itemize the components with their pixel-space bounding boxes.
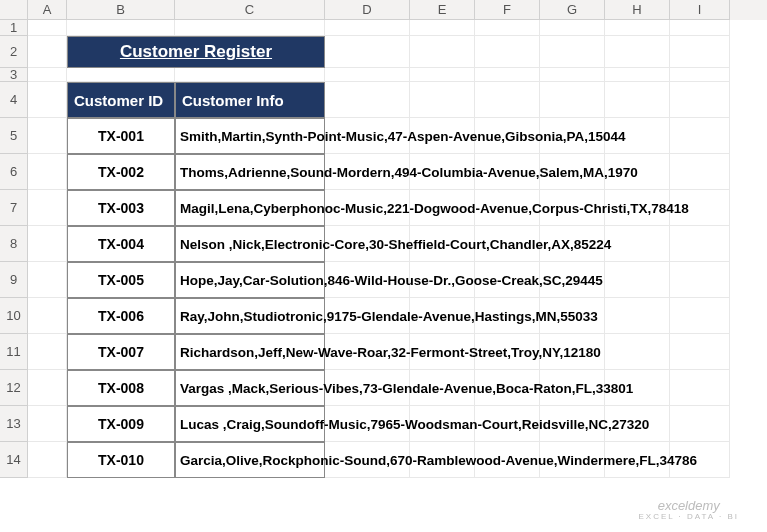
customer-info-cell[interactable]: Vargas ,Mack,Serious-Vibes,73-Glendale-A… [175, 370, 325, 406]
row-header-4[interactable]: 4 [0, 82, 28, 118]
cell-I2[interactable] [670, 36, 730, 68]
cell-A6[interactable] [28, 154, 67, 190]
cell-B3[interactable] [67, 68, 175, 82]
row-header-13[interactable]: 13 [0, 406, 28, 442]
customer-info-cell[interactable]: Hope,Jay,Car-Solution,846-Wild-House-Dr.… [175, 262, 325, 298]
customer-id-cell[interactable]: TX-004 [67, 226, 175, 262]
cell-F2[interactable] [475, 36, 540, 68]
col-header-I[interactable]: I [670, 0, 730, 20]
cell-E3[interactable] [410, 68, 475, 82]
cell-I8[interactable] [670, 226, 730, 262]
cell-A5[interactable] [28, 118, 67, 154]
col-header-A[interactable]: A [28, 0, 67, 20]
cell-D4[interactable] [325, 82, 410, 118]
cell-A8[interactable] [28, 226, 67, 262]
row-header-7[interactable]: 7 [0, 190, 28, 226]
row-header-9[interactable]: 9 [0, 262, 28, 298]
cell-A9[interactable] [28, 262, 67, 298]
row-header-12[interactable]: 12 [0, 370, 28, 406]
customer-info-cell[interactable]: Lucas ,Craig,Soundoff-Music,7965-Woodsma… [175, 406, 325, 442]
customer-id-cell[interactable]: TX-009 [67, 406, 175, 442]
cell-G4[interactable] [540, 82, 605, 118]
cell-D3[interactable] [325, 68, 410, 82]
customer-id-cell[interactable]: TX-010 [67, 442, 175, 478]
cell-H10[interactable] [605, 298, 670, 334]
row-header-2[interactable]: 2 [0, 36, 28, 68]
cell-A2[interactable] [28, 36, 67, 68]
cell-E1[interactable] [410, 20, 475, 36]
cell-I1[interactable] [670, 20, 730, 36]
customer-info-cell[interactable]: Magil,Lena,Cyberphonoc-Music,221-Dogwood… [175, 190, 325, 226]
cell-I13[interactable] [670, 406, 730, 442]
select-all-corner[interactable] [0, 0, 28, 20]
row-header-3[interactable]: 3 [0, 68, 28, 82]
cell-H1[interactable] [605, 20, 670, 36]
customer-id-cell[interactable]: TX-005 [67, 262, 175, 298]
cell-F3[interactable] [475, 68, 540, 82]
cell-I3[interactable] [670, 68, 730, 82]
cell-H8[interactable] [605, 226, 670, 262]
row-header-1[interactable]: 1 [0, 20, 28, 36]
cell-C1[interactable] [175, 20, 325, 36]
customer-id-cell[interactable]: TX-007 [67, 334, 175, 370]
cell-A11[interactable] [28, 334, 67, 370]
cell-A7[interactable] [28, 190, 67, 226]
row-header-11[interactable]: 11 [0, 334, 28, 370]
cell-I10[interactable] [670, 298, 730, 334]
col-header-E[interactable]: E [410, 0, 475, 20]
cell-I11[interactable] [670, 334, 730, 370]
customer-info-cell[interactable]: Thoms,Adrienne,Sound-Mordern,494-Columbi… [175, 154, 325, 190]
customer-id-cell[interactable]: TX-002 [67, 154, 175, 190]
cell-A3[interactable] [28, 68, 67, 82]
row-header-8[interactable]: 8 [0, 226, 28, 262]
row-header-10[interactable]: 10 [0, 298, 28, 334]
col-header-G[interactable]: G [540, 0, 605, 20]
cell-G1[interactable] [540, 20, 605, 36]
row-header-5[interactable]: 5 [0, 118, 28, 154]
col-header-D[interactable]: D [325, 0, 410, 20]
cell-A10[interactable] [28, 298, 67, 334]
customer-info-cell[interactable]: Ray,John,Studiotronic,9175-Glendale-Aven… [175, 298, 325, 334]
customer-info-cell[interactable]: Richardson,Jeff,New-Wave-Roar,32-Fermont… [175, 334, 325, 370]
header-customer-id[interactable]: Customer ID [67, 82, 175, 118]
row-header-6[interactable]: 6 [0, 154, 28, 190]
cell-A4[interactable] [28, 82, 67, 118]
cell-D1[interactable] [325, 20, 410, 36]
col-header-H[interactable]: H [605, 0, 670, 20]
cell-I6[interactable] [670, 154, 730, 190]
customer-info-cell[interactable]: Garcia,Olive,Rockphonic-Sound,670-Ramble… [175, 442, 325, 478]
cell-C3[interactable] [175, 68, 325, 82]
cell-H3[interactable] [605, 68, 670, 82]
cell-A13[interactable] [28, 406, 67, 442]
cell-H11[interactable] [605, 334, 670, 370]
cell-B1[interactable] [67, 20, 175, 36]
cell-A12[interactable] [28, 370, 67, 406]
col-header-F[interactable]: F [475, 0, 540, 20]
customer-info-cell[interactable]: Nelson ,Nick,Electronic-Core,30-Sheffiel… [175, 226, 325, 262]
customer-id-cell[interactable]: TX-003 [67, 190, 175, 226]
cell-D2[interactable] [325, 36, 410, 68]
cell-E4[interactable] [410, 82, 475, 118]
cell-I9[interactable] [670, 262, 730, 298]
cell-H4[interactable] [605, 82, 670, 118]
cell-A14[interactable] [28, 442, 67, 478]
cell-I12[interactable] [670, 370, 730, 406]
cell-H2[interactable] [605, 36, 670, 68]
customer-id-cell[interactable]: TX-006 [67, 298, 175, 334]
customer-id-cell[interactable]: TX-001 [67, 118, 175, 154]
col-header-B[interactable]: B [67, 0, 175, 20]
cell-A1[interactable] [28, 20, 67, 36]
cell-I5[interactable] [670, 118, 730, 154]
cell-H9[interactable] [605, 262, 670, 298]
cell-E2[interactable] [410, 36, 475, 68]
cell-I4[interactable] [670, 82, 730, 118]
customer-id-cell[interactable]: TX-008 [67, 370, 175, 406]
customer-info-cell[interactable]: Smith,Martin,Synth-Point-Music,47-Aspen-… [175, 118, 325, 154]
cell-G3[interactable] [540, 68, 605, 82]
cell-F1[interactable] [475, 20, 540, 36]
cell-F4[interactable] [475, 82, 540, 118]
row-header-14[interactable]: 14 [0, 442, 28, 478]
col-header-C[interactable]: C [175, 0, 325, 20]
cell-G2[interactable] [540, 36, 605, 68]
title-cell[interactable]: Customer Register [67, 36, 325, 68]
